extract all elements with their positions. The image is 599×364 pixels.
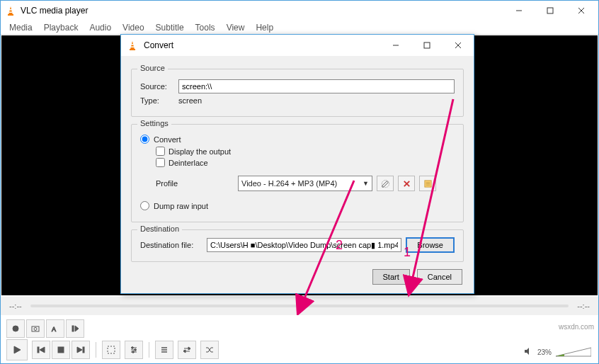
cancel-button[interactable]: Cancel bbox=[417, 269, 462, 285]
settings-group: Settings Convert Display the output Dein… bbox=[131, 124, 464, 222]
dump-radio[interactable] bbox=[140, 201, 149, 210]
time-row: --:-- --:-- bbox=[1, 297, 598, 315]
profile-combobox[interactable]: Video - H.264 + MP3 (MP4) ▼ bbox=[238, 176, 372, 191]
menu-help[interactable]: Help bbox=[250, 21, 279, 34]
dialog-minimize-button[interactable] bbox=[380, 35, 411, 55]
prev-button[interactable] bbox=[32, 341, 50, 359]
vlc-cone-icon bbox=[127, 40, 138, 51]
svg-point-26 bbox=[132, 351, 135, 353]
menubar: Media Playback Audio Video Subtitle Tool… bbox=[1, 21, 598, 35]
snapshot-button[interactable] bbox=[26, 319, 45, 338]
start-button[interactable]: Start bbox=[372, 269, 410, 285]
type-label: Type: bbox=[140, 96, 173, 105]
main-close-button[interactable] bbox=[566, 1, 597, 21]
destination-legend: Destination bbox=[137, 224, 182, 233]
svg-marker-18 bbox=[77, 347, 82, 353]
svg-rect-12 bbox=[72, 326, 74, 331]
playlist-button[interactable] bbox=[155, 341, 173, 359]
svg-rect-19 bbox=[83, 347, 84, 353]
playback-toolbar bbox=[6, 339, 219, 360]
svg-rect-38 bbox=[131, 47, 135, 48]
destination-group: Destination Destination file: Browse bbox=[131, 229, 464, 262]
main-maximize-button[interactable] bbox=[535, 1, 566, 21]
next-button[interactable] bbox=[72, 341, 90, 359]
record-button[interactable] bbox=[6, 319, 25, 338]
menu-playback[interactable]: Playback bbox=[38, 21, 84, 34]
svg-marker-32 bbox=[525, 348, 529, 355]
svg-point-25 bbox=[135, 349, 137, 351]
menu-media[interactable]: Media bbox=[4, 21, 38, 34]
shuffle-button[interactable] bbox=[200, 341, 219, 359]
dialog-close-button[interactable] bbox=[443, 35, 474, 55]
source-input[interactable] bbox=[178, 79, 455, 93]
svg-point-10 bbox=[34, 328, 37, 331]
dialog-title: Convert bbox=[144, 40, 380, 50]
profile-value: Video - H.264 + MP3 (MP4) bbox=[241, 179, 337, 188]
volume-slider[interactable] bbox=[556, 346, 591, 358]
svg-marker-13 bbox=[75, 326, 79, 331]
time-total: --:-- bbox=[577, 302, 590, 310]
loop-a-button[interactable]: A bbox=[46, 319, 64, 338]
svg-point-43 bbox=[382, 180, 389, 187]
destination-file-label: Destination file: bbox=[140, 241, 202, 249]
speaker-icon[interactable] bbox=[523, 346, 533, 358]
stop-button[interactable] bbox=[52, 341, 70, 359]
profile-edit-button[interactable] bbox=[377, 176, 394, 191]
display-output-label: Display the output bbox=[169, 147, 231, 156]
svg-point-24 bbox=[132, 347, 134, 349]
profile-label: Profile bbox=[156, 179, 234, 188]
settings-legend: Settings bbox=[137, 119, 171, 127]
menu-video[interactable]: Video bbox=[117, 21, 149, 34]
svg-rect-20 bbox=[108, 346, 115, 353]
dialog-titlebar: Convert bbox=[121, 35, 474, 56]
convert-radio[interactable] bbox=[140, 135, 149, 144]
svg-rect-40 bbox=[424, 42, 430, 48]
deinterlace-label: Deinterlace bbox=[169, 159, 208, 167]
svg-marker-30 bbox=[188, 347, 190, 350]
svg-rect-17 bbox=[58, 347, 64, 353]
svg-marker-35 bbox=[130, 41, 135, 50]
svg-point-8 bbox=[13, 326, 18, 331]
record-toolbar: A bbox=[6, 319, 84, 338]
main-minimize-button[interactable] bbox=[503, 1, 535, 21]
convert-radio-label: Convert bbox=[154, 135, 181, 144]
menu-tools[interactable]: Tools bbox=[190, 21, 221, 34]
svg-rect-15 bbox=[38, 347, 39, 353]
watermark: wsxdn.com bbox=[559, 323, 594, 331]
frame-step-button[interactable] bbox=[66, 319, 84, 338]
profile-new-button[interactable] bbox=[419, 176, 436, 191]
chevron-down-icon: ▼ bbox=[363, 180, 369, 187]
deinterlace-checkbox[interactable] bbox=[156, 158, 165, 167]
menu-audio[interactable]: Audio bbox=[84, 21, 117, 34]
destination-file-input[interactable] bbox=[207, 238, 401, 252]
browse-button[interactable]: Browse bbox=[406, 237, 455, 253]
svg-text:A: A bbox=[52, 326, 56, 333]
seek-slider[interactable] bbox=[30, 305, 569, 307]
svg-rect-37 bbox=[131, 44, 133, 45]
svg-rect-2 bbox=[9, 9, 11, 11]
dialog-maximize-button[interactable] bbox=[411, 35, 443, 55]
svg-marker-31 bbox=[183, 350, 186, 353]
dump-radio-label: Dump raw input bbox=[154, 202, 208, 210]
svg-marker-16 bbox=[40, 347, 45, 353]
profile-delete-button[interactable] bbox=[398, 176, 415, 191]
time-elapsed: --:-- bbox=[9, 302, 22, 310]
vlc-cone-icon bbox=[5, 5, 16, 16]
main-titlebar: VLC media player bbox=[1, 1, 598, 21]
fullscreen-button[interactable] bbox=[102, 341, 120, 359]
display-output-checkbox[interactable] bbox=[156, 147, 165, 156]
loop-button[interactable] bbox=[178, 341, 196, 359]
type-value: screen bbox=[178, 96, 202, 105]
convert-dialog: Convert Source Source: Type: screen Sett… bbox=[120, 34, 474, 294]
menu-subtitle[interactable]: Subtitle bbox=[150, 21, 190, 34]
menu-view[interactable]: View bbox=[221, 21, 251, 34]
svg-rect-3 bbox=[9, 12, 13, 13]
volume-area: 23% bbox=[523, 346, 591, 358]
extended-settings-button[interactable] bbox=[125, 341, 143, 359]
volume-percent: 23% bbox=[537, 348, 552, 356]
svg-marker-0 bbox=[8, 6, 13, 15]
svg-rect-5 bbox=[547, 8, 553, 13]
play-button[interactable] bbox=[6, 339, 28, 360]
svg-rect-36 bbox=[130, 49, 135, 50]
svg-marker-14 bbox=[14, 346, 21, 353]
